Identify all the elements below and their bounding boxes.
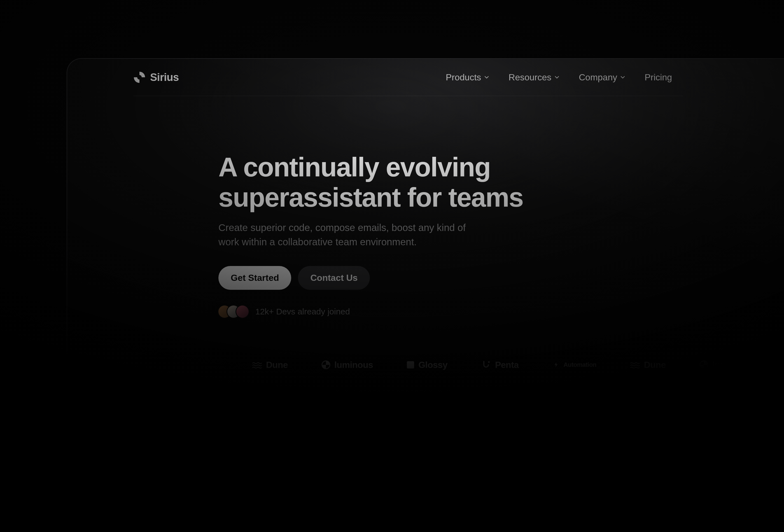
description-input[interactable] — [249, 500, 386, 518]
nav-company[interactable]: Company — [579, 72, 625, 83]
agent-name-label: Agent name — [249, 450, 287, 458]
nav-pricing-label: Pricing — [645, 72, 672, 83]
description-label: Description — [249, 488, 386, 497]
logo-dune-text: Dune — [266, 360, 288, 370]
get-code-label: Get code — [733, 422, 759, 429]
cta-row: Get Started Contact Us — [218, 266, 784, 290]
logo-penta-text: Penta — [495, 360, 519, 370]
hero-title: A continually evolving superassistant fo… — [218, 152, 784, 212]
nav-products-label: Products — [446, 72, 481, 83]
nav-links: Products Resources Company — [446, 72, 683, 83]
logo-luminous: luminous — [699, 360, 751, 370]
social-proof-text: 12k+ Devs already joined — [255, 307, 350, 316]
situation-label: Situation — [411, 450, 440, 458]
square-icon — [407, 361, 414, 369]
logo-luminous2-text: luminous — [712, 360, 751, 370]
svg-point-1 — [137, 75, 142, 80]
logo-dune: Dune — [252, 360, 288, 370]
app-body: Agent name Select Existing Agent Descrip… — [199, 442, 778, 530]
chevron-down-icon — [554, 75, 560, 80]
situation-text: Elon musk is having a conversation with … — [444, 450, 611, 458]
code-icon — [724, 422, 730, 429]
app-window: Sirius Products Resources Company — [67, 58, 784, 532]
logo-strip: Dune luminous Glossy Penta Automation — [67, 360, 784, 370]
logo-luminous-text: luminous — [334, 360, 373, 370]
wave-icon — [252, 361, 262, 369]
hero-subtitle: Create superior code, compose emails, bo… — [218, 221, 487, 249]
penta-icon — [481, 360, 491, 370]
chat-message-text: Hello Elon! — [419, 480, 451, 488]
brand-name: Sirius — [150, 72, 179, 83]
avatar — [236, 306, 249, 318]
rail-activity-button[interactable] — [212, 497, 227, 513]
logo-penta: Penta — [481, 360, 519, 370]
luminous-icon — [321, 360, 330, 369]
avatars — [218, 306, 249, 318]
breadcrumb-rest[interactable]: Elon musk · Sulaimaan — [288, 422, 357, 429]
agent-name-input[interactable] — [249, 462, 386, 480]
get-started-button[interactable]: Get Started — [218, 266, 291, 290]
hero-title-line1: A continually evolving — [218, 152, 490, 182]
svg-rect-8 — [220, 455, 222, 461]
social-proof: 12k+ Devs already joined — [218, 306, 784, 318]
rail-chat-button[interactable] — [212, 474, 227, 489]
hero-title-line2: superassistant for teams — [218, 182, 523, 212]
chevron-down-icon — [381, 452, 386, 456]
select-existing-label: Select Existing Agent — [315, 450, 378, 457]
nav-products[interactable]: Products — [446, 72, 489, 83]
main-nav: Sirius Products Resources Company — [67, 59, 683, 96]
svg-rect-7 — [216, 455, 218, 461]
nav-company-label: Company — [579, 72, 617, 83]
brand[interactable]: Sirius — [133, 71, 179, 83]
svg-rect-3 — [407, 361, 414, 368]
chat-message-who: Elon Musk — [411, 500, 762, 506]
get-code-button[interactable]: Get code — [716, 418, 767, 433]
logo-dune: Dune — [630, 360, 666, 370]
breadcrumb-sep: / — [283, 422, 285, 429]
logo-dune2-text: Dune — [644, 360, 666, 370]
nav-inner: Sirius Products Resources Company — [133, 71, 683, 96]
select-existing-agent[interactable]: Select Existing Agent — [315, 450, 386, 457]
breadcrumb: Agent Workspace / Elon musk · Sulaimaan — [223, 422, 357, 429]
chat-message: Sulaimaan Hello Elon! — [411, 466, 458, 494]
chevron-down-icon — [484, 75, 489, 80]
home-icon[interactable] — [210, 422, 218, 429]
chat-icon — [215, 477, 223, 485]
brand-logo-icon — [133, 71, 146, 83]
contact-us-button[interactable]: Contact Us — [298, 266, 370, 290]
app-topbar: Agent Workspace / Elon musk · Sulaimaan … — [199, 410, 778, 442]
wave-icon — [630, 361, 640, 369]
svg-rect-10 — [216, 502, 223, 508]
logo-automation: Automation — [553, 361, 596, 368]
logo-glossy-text: Glossy — [418, 360, 447, 370]
layout-icon — [215, 454, 223, 462]
svg-point-9 — [217, 478, 222, 484]
app-side-rail — [205, 442, 233, 530]
logo-glossy: Glossy — [407, 360, 447, 370]
nav-pricing[interactable]: Pricing — [645, 72, 672, 83]
situation-row: Situation Elon musk is having a conversa… — [411, 450, 762, 458]
agent-spec-card: Agent name Select Existing Agent Descrip… — [239, 442, 396, 530]
nav-resources-label: Resources — [508, 72, 551, 83]
app-preview-panel: Agent Workspace / Elon musk · Sulaimaan … — [199, 409, 778, 530]
logo-automation-text: Automation — [564, 361, 596, 368]
rail-apps-button[interactable] — [212, 450, 227, 466]
breadcrumb-main[interactable]: Agent Workspace — [223, 422, 280, 429]
chat-card: Situation Elon musk is having a conversa… — [401, 442, 772, 530]
chat-message-who: Sulaimaan — [419, 472, 451, 478]
nav-resources[interactable]: Resources — [508, 72, 560, 83]
chevron-down-icon — [620, 75, 625, 80]
activity-icon — [215, 501, 223, 509]
svg-point-4 — [488, 361, 490, 363]
hero-section: A continually evolving superassistant fo… — [67, 96, 784, 318]
logo-luminous: luminous — [321, 360, 373, 370]
bolt-icon — [553, 361, 560, 368]
agent-name-row: Agent name Select Existing Agent — [249, 450, 386, 458]
luminous-icon — [699, 360, 708, 369]
